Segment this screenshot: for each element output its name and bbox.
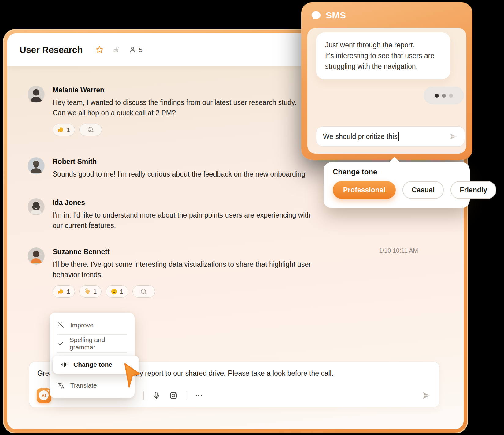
menu-divider [57, 352, 127, 353]
sms-panel: SMS Just went through the report. It's i… [301, 2, 472, 160]
typing-dot [449, 94, 453, 98]
screenshot-stage: User Research [0, 0, 504, 435]
sms-input[interactable]: We should prioritize this [316, 126, 465, 147]
grin-emoji [111, 288, 117, 295]
avatar[interactable] [28, 247, 45, 265]
camera-icon[interactable] [169, 391, 178, 400]
message-author: Ida Jones [53, 198, 311, 207]
message-text: I'm in. I'd like to understand more abou… [53, 210, 311, 231]
reaction-count: 1 [93, 288, 97, 295]
menu-item-label: Translate [70, 382, 97, 389]
reaction-count: 1 [67, 126, 70, 133]
reaction-chip[interactable]: 1 [106, 285, 128, 298]
ai-assistant-button[interactable]: AI [37, 388, 51, 403]
waveform-icon [61, 361, 68, 368]
members-count[interactable]: 5 [128, 46, 143, 54]
typing-indicator [424, 87, 464, 104]
mouse-pointer-cursor [123, 363, 141, 389]
reaction-chip[interactable]: 1 [53, 285, 75, 298]
reaction-row: 1 [53, 124, 296, 136]
reaction-count: 1 [67, 288, 70, 295]
members-icon [128, 46, 137, 54]
page-title: User Research [20, 45, 83, 55]
thumbs-up-emoji [57, 288, 64, 295]
reaction-row: 1 1 1 [53, 285, 311, 298]
thumbs-up-emoji [57, 126, 64, 133]
sms-header: SMS [301, 2, 472, 28]
add-reaction-button[interactable] [132, 285, 155, 298]
member-count-label: 5 [139, 46, 143, 54]
sms-input-value[interactable]: We should prioritize this [323, 132, 398, 141]
reaction-chip[interactable]: 1 [79, 285, 102, 298]
reaction-chip[interactable]: 1 [53, 124, 75, 136]
translate-icon [57, 382, 65, 389]
toolbar-divider [186, 391, 187, 400]
message-text: Sounds good to me! I'm really curious ab… [53, 169, 306, 179]
sms-send-icon[interactable] [449, 132, 458, 141]
tone-options: Professional Casual Friendly [333, 181, 496, 199]
message-author: Melanie Warren [53, 86, 296, 94]
menu-item-label: Spelling and grammar [70, 336, 127, 351]
star-icon[interactable] [95, 46, 104, 54]
sms-incoming-message: Just went through the report. It's inter… [316, 32, 450, 79]
microphone-icon[interactable] [152, 391, 161, 400]
menu-item-spelling-and-grammar[interactable]: Spelling and grammar [50, 335, 135, 352]
change-tone-title: Change tone [333, 168, 377, 176]
typing-dot [435, 94, 439, 98]
message-author: Robert Smith [53, 157, 306, 166]
message-timestamp: 1/10 10:11 AM [379, 247, 418, 254]
chat-header-icons: 5 [95, 46, 143, 54]
message-author: Suzanne Bennett [53, 247, 311, 256]
spark-icon [57, 322, 65, 329]
message-text: Hey team, I wanted to discuss the findin… [53, 97, 296, 118]
menu-item-improve[interactable]: Improve [50, 316, 135, 334]
menu-item-translate[interactable]: Translate [50, 377, 135, 394]
more-options-icon[interactable] [194, 391, 203, 400]
send-icon[interactable] [421, 391, 431, 400]
add-reaction-icon [87, 126, 94, 133]
text-cursor [398, 132, 399, 141]
add-reaction-icon [140, 288, 147, 295]
clap-emoji [84, 288, 91, 295]
menu-item-label: Improve [70, 322, 94, 329]
sms-conversation: Just went through the report. It's inter… [307, 28, 466, 154]
sms-title: SMS [326, 10, 346, 20]
tone-option-professional[interactable]: Professional [333, 181, 396, 199]
check-icon [57, 340, 64, 347]
tone-option-casual[interactable]: Casual [402, 181, 444, 199]
ai-assistant-menu: Improve Spelling and grammar Change tone [50, 313, 135, 398]
menu-item-label: Change tone [73, 361, 112, 368]
message-text: I'll be there. I've got some interesting… [53, 259, 311, 280]
toolbar-divider [143, 391, 144, 400]
avatar[interactable] [28, 198, 45, 215]
add-reaction-button[interactable] [79, 124, 102, 136]
reaction-count: 1 [120, 288, 123, 295]
message-suzanne-bennett: Suzanne Bennett I'll be there. I've got … [28, 247, 464, 298]
avatar[interactable] [28, 157, 45, 174]
chat-bubble-icon [310, 10, 321, 20]
unlocked-padlock-icon[interactable] [112, 46, 120, 54]
avatar[interactable] [28, 86, 45, 103]
typing-dot [442, 94, 446, 98]
change-tone-popup: Change tone Professional Casual Friendly [324, 162, 470, 208]
tone-option-friendly[interactable]: Friendly [450, 181, 496, 199]
